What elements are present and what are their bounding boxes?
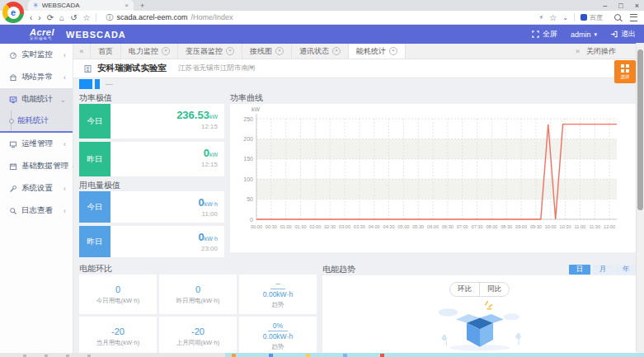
username: admin (571, 31, 591, 39)
sidebar-item-realtime-monitor[interactable]: 实时监控 ‹ (0, 44, 73, 66)
refresh-icon[interactable]: ⟳ (47, 13, 54, 22)
tab-home[interactable]: 首页 (91, 44, 121, 59)
baidu-favicon-icon (581, 14, 587, 21)
site-info-icon[interactable]: ⓘ (106, 12, 113, 23)
legend-swatch-icon[interactable] (79, 79, 92, 89)
sidebar-subitem-energy-consumption[interactable]: 能耗统计 (0, 110, 73, 131)
mom-card-this-month: -20 当月用电(kW·h) (79, 317, 157, 353)
home-icon[interactable]: ⌂ (59, 13, 64, 22)
window-controls: – □ × (603, 0, 639, 11)
bookmark-baidu[interactable]: 百度 (581, 13, 603, 22)
grid-icon (621, 64, 629, 73)
period-day-button[interactable]: 日 (569, 265, 590, 275)
station-header: 安科瑞测试实验室 江苏省无锡市江阴市南闸 (73, 59, 644, 78)
svg-text:04:30: 04:30 (383, 224, 395, 229)
windows-taskbar[interactable] (0, 353, 644, 357)
toggle-yoy[interactable]: 同比 (479, 283, 509, 296)
svg-text:07:30: 07:30 (472, 224, 483, 229)
user-menu[interactable]: admin ▾ (571, 31, 597, 39)
menu-icon[interactable] (630, 14, 637, 21)
sidebar-item-logs[interactable]: 日志查看 ‹ (0, 200, 73, 222)
tab-favicon-icon: ✳ (33, 2, 39, 9)
forward-icon[interactable]: › (38, 13, 40, 22)
svg-text:250: 250 (243, 116, 253, 122)
scrollbar-thumb[interactable] (637, 49, 643, 210)
svg-text:03:00: 03:00 (339, 224, 350, 229)
power-curve-chart[interactable]: 05010015020025000:0000:3001:0001:3002:00… (233, 106, 622, 241)
favorite-star-icon[interactable]: ☆ (549, 13, 557, 22)
period-year-button[interactable]: 年 (615, 265, 637, 275)
chevron-expanded-icon: ⌄ (59, 96, 66, 104)
tab-energy-statistics[interactable]: 能耗统计× (349, 44, 406, 59)
fullscreen-icon (532, 31, 539, 38)
legend-swatch-icon[interactable] (95, 79, 100, 89)
svg-text:100: 100 (243, 176, 253, 182)
close-window-button[interactable]: × (635, 2, 639, 10)
power-value: 236.53kW (110, 109, 218, 121)
tab-power-monitor[interactable]: 电力监控× (121, 44, 178, 59)
address-bar[interactable]: ⓘ scada.acrel-eem.com /Home/Index (106, 12, 533, 23)
dashboard-body: 功率极值 今日 236.53kW 12:15 昨日 0kW (73, 90, 644, 353)
fullscreen-button[interactable]: 全屏 (532, 29, 557, 40)
period-month-button[interactable]: 月 (592, 265, 613, 275)
tab-comm-status[interactable]: 通讯状态× (292, 44, 349, 59)
svg-text:150: 150 (243, 156, 253, 162)
sidebar-item-base-data[interactable]: 基础数据管理 ‹ (0, 155, 73, 177)
close-operations-menu[interactable]: 关闭操作 (586, 46, 616, 57)
energy-mom-grid: 0 今日用电(kW·h) 0 昨日用电(kW·h) -- 0.00kW·h 趋势 (79, 275, 317, 353)
logout-button[interactable]: 退出 (610, 29, 636, 40)
caret-down-icon[interactable]: ⌄ (562, 14, 568, 21)
browser-logo-letter: e (7, 7, 20, 19)
svg-text:06:00: 06:00 (427, 224, 439, 229)
svg-text:08:30: 08:30 (501, 224, 512, 229)
svg-text:03:30: 03:30 (354, 224, 365, 229)
tab-transformer-monitor[interactable]: 变压器监控× (178, 44, 242, 59)
today-tag: 今日 (79, 191, 110, 223)
app-header: Acrel 安科瑞电气 WEBSCADA 全屏 admin ▾ 退出 (0, 25, 644, 44)
sidebar-item-energy-statistics[interactable]: 电能统计 ⌄ (0, 88, 73, 110)
close-tab-icon[interactable]: × (389, 47, 397, 55)
svg-text:00:30: 00:30 (266, 224, 277, 229)
browser-tab[interactable]: ✳ WEBSCADA × (28, 0, 134, 11)
logout-icon (610, 31, 618, 38)
building-icon (83, 64, 92, 73)
new-tab-button[interactable]: + (140, 2, 144, 10)
bookmark-star-icon[interactable]: ☆ (83, 13, 91, 22)
energy-peak-yesterday-card: 昨日 0kW·h 23:00 (79, 226, 224, 257)
minimize-button[interactable]: – (603, 2, 607, 10)
sidebar-item-operations[interactable]: 运维管理 ‹ (0, 133, 73, 155)
svg-text:11:30: 11:30 (589, 224, 600, 229)
power-peak-today-card: 今日 236.53kW 12:15 (79, 104, 224, 139)
sidebar-item-station-abnormal[interactable]: 场站异常 ‹ (0, 66, 73, 88)
sidebar: 实时监控 ‹ 场站异常 ‹ 电能统计 ⌄ 能耗统计 (0, 44, 73, 353)
flash-icon[interactable]: ⚡ (539, 14, 544, 21)
legend-row: — (73, 78, 644, 90)
close-tab-icon[interactable]: × (226, 47, 234, 55)
close-tab-icon[interactable]: × (332, 47, 341, 55)
maximize-button[interactable]: □ (618, 2, 623, 10)
history-icon[interactable]: ↺ (70, 13, 77, 22)
search-icon[interactable] (614, 14, 621, 21)
taskbar-right (225, 353, 644, 357)
monitor-chart-icon (9, 96, 17, 104)
energy-peak-title: 用电量极值 (79, 180, 224, 191)
gauge-icon (9, 51, 17, 59)
toggle-mom[interactable]: 环比 (450, 283, 479, 296)
quick-select-button[interactable]: 选择 (614, 60, 636, 83)
svg-text:50: 50 (247, 196, 253, 202)
scroll-tabs-right-icon[interactable]: » (576, 47, 580, 55)
mom-card-today: 0 今日用电(kW·h) (79, 275, 157, 314)
scroll-tabs-left-icon[interactable]: « (73, 44, 91, 59)
acrel-logo: Acrel 安科瑞电气 (30, 28, 54, 41)
close-tab-icon[interactable]: × (275, 47, 284, 55)
station-location: 江苏省无锡市江阴市南闸 (178, 63, 256, 73)
close-tab-icon[interactable]: × (162, 47, 170, 55)
tab-close-icon[interactable]: × (125, 2, 129, 9)
sidebar-item-system-settings[interactable]: 系统设置 ‹ (0, 177, 73, 200)
back-icon[interactable]: ‹ (30, 13, 32, 22)
log-search-icon (9, 207, 17, 215)
page-scrollbar[interactable] (636, 43, 644, 352)
product-title: WEBSCADA (66, 30, 126, 40)
svg-text:12:00: 12:00 (604, 224, 615, 229)
tab-wiring-diagram[interactable]: 接线图× (242, 44, 292, 59)
